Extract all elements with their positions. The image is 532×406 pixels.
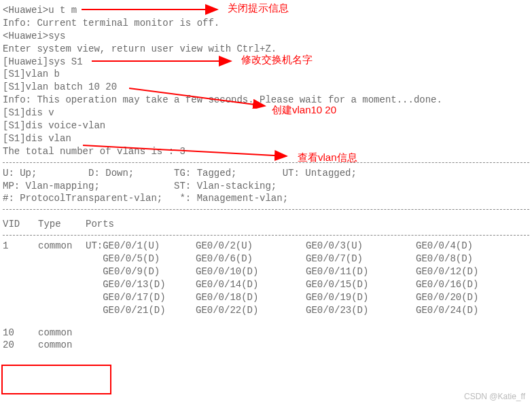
port-cell: GE0/0/4(D) [416, 240, 526, 253]
term-line-9: [S1]dis v [3, 107, 529, 119]
legend-3: #: ProtocolTransparent-vlan; *: Manageme… [3, 192, 529, 205]
hdr-type: Type [38, 218, 86, 231]
divider [3, 209, 529, 210]
table-row: 10 common [3, 327, 86, 339]
term-line-12: The total number of vlans is : 3 [3, 145, 529, 158]
term-line-6: [S1]vlan b [3, 68, 529, 81]
port-cell: GE0/0/5(D) [86, 253, 196, 265]
port-cell: GE0/0/20(D) [416, 291, 526, 304]
annotation-rename-switch: 修改交换机名字 [241, 53, 313, 67]
divider [3, 235, 529, 236]
port-cell: GE0/0/15(D) [306, 278, 416, 291]
port-cell: GE0/0/16(D) [416, 278, 526, 291]
vlan10-vid: 10 [3, 327, 38, 339]
port-cell: GE0/0/11(D) [306, 265, 416, 278]
port-cell: GE0/0/8(D) [416, 253, 526, 265]
annotation-create-vlan: 创建vlan10 20 [272, 103, 336, 117]
table-row: 1 common UT:GE0/0/1(U) GE0/0/2(U) GE0/0/… [3, 240, 526, 253]
port-cell: GE0/0/23(D) [306, 304, 416, 317]
vlan-header-row: VID Type Ports [3, 218, 526, 231]
port-cell: GE0/0/3(U) [306, 240, 416, 253]
table-row: 20 common [3, 339, 86, 352]
port-cell: GE0/0/21(D) [86, 304, 196, 317]
term-line-7: [S1]vlan batch 10 20 [3, 81, 529, 94]
table-row: GE0/0/9(D) GE0/0/10(D) GE0/0/11(D) GE0/0… [3, 265, 526, 278]
highlight-box-new-vlans [1, 365, 111, 394]
vlan10-type: common [38, 327, 86, 339]
extra-vlan-table: 10 common 20 common [3, 327, 86, 352]
term-line-8: Info: This operation may take a few seco… [3, 94, 529, 107]
port-cell: UT:GE0/0/1(U) [86, 240, 196, 253]
term-line-11: [S1]dis vlan [3, 132, 529, 145]
port-cell: GE0/0/6(D) [196, 253, 306, 265]
table-row: GE0/0/13(D) GE0/0/14(D) GE0/0/15(D) GE0/… [3, 278, 526, 291]
vlan1-vid: 1 [3, 240, 38, 253]
annotation-close-prompt: 关闭提示信息 [228, 1, 289, 15]
legend-2: MP: Vlan-mapping; ST: Vlan-stacking; [3, 180, 529, 193]
vlan-1-table: 1 common UT:GE0/0/1(U) GE0/0/2(U) GE0/0/… [3, 240, 526, 316]
port-cell: GE0/0/13(D) [86, 278, 196, 291]
vlan1-type: common [38, 240, 86, 253]
vlan20-vid: 20 [3, 339, 38, 352]
annotation-view-vlan: 查看vlan信息 [298, 151, 357, 164]
port-cell: GE0/0/18(D) [196, 291, 306, 304]
term-line-10: [S1]dis voice-vlan [3, 119, 529, 132]
divider [3, 162, 529, 163]
port-cell: GE0/0/19(D) [306, 291, 416, 304]
hdr-vid: VID [3, 218, 38, 231]
hdr-ports: Ports [86, 218, 196, 231]
port-cell: GE0/0/17(D) [86, 291, 196, 304]
table-row: GE0/0/21(D) GE0/0/22(D) GE0/0/23(D) GE0/… [3, 304, 526, 317]
port-cell: GE0/0/12(D) [416, 265, 526, 278]
port-cell: GE0/0/10(D) [196, 265, 306, 278]
term-line-3: <Huawei>sys [3, 30, 529, 43]
legend-1: U: Up; D: Down; TG: Tagged; UT: Untagged… [3, 167, 529, 180]
table-row: GE0/0/17(D) GE0/0/18(D) GE0/0/19(D) GE0/… [3, 291, 526, 304]
port-cell: GE0/0/22(D) [196, 304, 306, 317]
port-cell: GE0/0/14(D) [196, 278, 306, 291]
table-row: GE0/0/5(D) GE0/0/6(D) GE0/0/7(D) GE0/0/8… [3, 253, 526, 265]
port-cell: GE0/0/9(D) [86, 265, 196, 278]
vlan20-type: common [38, 339, 86, 352]
term-line-2: Info: Current terminal monitor is off. [3, 17, 529, 30]
port-cell: GE0/0/7(D) [306, 253, 416, 265]
port-cell: GE0/0/2(U) [196, 240, 306, 253]
watermark: CSDN @Katie_ff [464, 391, 525, 402]
port-cell: GE0/0/24(D) [416, 304, 526, 317]
